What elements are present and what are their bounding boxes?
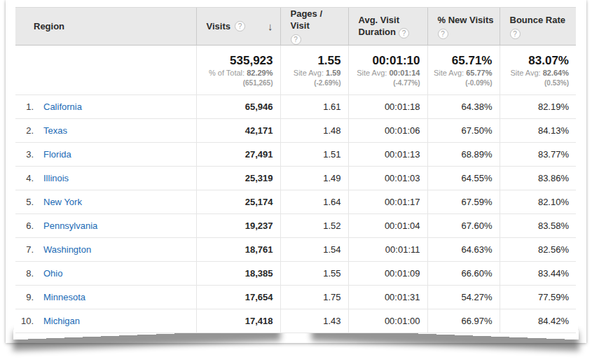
pct-new-visits-cell: 67.50% (427, 119, 500, 143)
table-row: 9.Minnesota 17,654 1.75 00:01:31 54.27% … (15, 286, 576, 309)
table-row: 8.Ohio 18,385 1.55 00:01:09 66.60% 83.44… (15, 262, 576, 286)
table-header: Region Visits ? ↓ Pages / Visit ? Avg. V… (15, 8, 576, 46)
region-cell: 4.Illinois (15, 167, 196, 190)
bounce-rate-cell: 84.42% (500, 309, 576, 333)
column-label-region: Region (34, 21, 64, 31)
avg-visit-duration-cell: 00:01:18 (348, 95, 427, 119)
summary-duration-extra: (-4.77%) (352, 78, 420, 88)
pages-per-visit-cell: 1.51 (280, 143, 348, 167)
column-header-visits[interactable]: Visits ? ↓ (196, 8, 280, 46)
region-link[interactable]: New York (43, 197, 82, 207)
visits-cell: 18,761 (196, 238, 280, 262)
pages-per-visit-cell: 1.61 (280, 95, 348, 119)
avg-visit-duration-cell: 00:01:13 (348, 143, 427, 167)
visits-cell: 65,946 (196, 95, 280, 119)
region-link[interactable]: Pennsylvania (43, 220, 97, 231)
column-label-pct-new-visits: % New Visits (438, 15, 494, 25)
region-cell: 6.Pennsylvania (15, 214, 196, 238)
column-label-visits: Visits (207, 20, 230, 32)
region-link[interactable]: Washington (43, 244, 91, 255)
row-rank: 3. (17, 149, 34, 160)
region-link[interactable]: Texas (43, 125, 67, 136)
pct-new-visits-cell: 67.60% (427, 214, 500, 238)
summary-bounce-rate: 83.07% Site Avg: 82.64% (0.53%) (500, 46, 576, 95)
pct-new-visits-cell: 67.59% (427, 190, 500, 214)
row-rank: 8. (17, 268, 34, 279)
summary-region-cell-empty (15, 46, 196, 95)
visits-cell: 17,418 (196, 309, 280, 333)
pct-new-visits-cell: 64.38% (427, 95, 500, 119)
pct-new-visits-cell: 66.60% (427, 262, 500, 286)
pages-per-visit-cell: 1.43 (280, 309, 348, 333)
help-icon[interactable]: ? (399, 28, 409, 38)
avg-visit-duration-cell: 00:01:04 (348, 214, 427, 238)
row-rank: 5. (17, 197, 34, 207)
region-cell: 3.Florida (15, 143, 196, 167)
table-row: 3.Florida 27,491 1.51 00:01:13 68.89% 83… (15, 143, 576, 167)
sort-descending-icon[interactable]: ↓ (268, 20, 273, 32)
regions-table: Region Visits ? ↓ Pages / Visit ? Avg. V… (15, 7, 576, 333)
region-link[interactable]: California (43, 102, 82, 112)
column-header-pct-new-visits[interactable]: % New Visits ? (427, 8, 500, 46)
region-cell: 8.Ohio (15, 262, 196, 286)
help-icon[interactable]: ? (291, 34, 301, 45)
region-link[interactable]: Michigan (43, 316, 80, 326)
pages-per-visit-cell: 1.75 (280, 286, 348, 309)
row-rank: 9. (17, 292, 34, 302)
visits-cell: 18,385 (196, 262, 280, 286)
summary-newvisits-sub-label: Site Avg: (434, 69, 464, 77)
summary-duration-value: 00:01:10 (352, 53, 420, 68)
visits-cell: 25,319 (196, 167, 280, 190)
summary-newvisits-extra: (-0.09%) (431, 78, 493, 88)
region-link[interactable]: Illinois (43, 173, 69, 183)
column-header-bounce-rate[interactable]: Bounce Rate ? (500, 8, 576, 46)
column-header-pages-per-visit[interactable]: Pages / Visit ? (280, 8, 348, 46)
help-icon[interactable]: ? (510, 29, 521, 39)
region-link[interactable]: Ohio (43, 268, 62, 279)
avg-visit-duration-cell: 00:01:17 (348, 190, 427, 214)
table-row: 4.Illinois 25,319 1.49 00:01:03 64.55% 8… (15, 167, 576, 190)
summary-bounce-sub-value: 82.64% (543, 69, 569, 77)
avg-visit-duration-cell: 00:01:31 (348, 286, 427, 309)
visits-cell: 25,174 (196, 190, 280, 214)
row-rank: 2. (17, 125, 34, 136)
column-label-pages-per-visit: Pages / Visit (291, 8, 323, 31)
pages-per-visit-cell: 1.54 (280, 238, 348, 262)
region-cell: 1.California (15, 95, 196, 119)
summary-newvisits-sub-value: 65.77% (466, 69, 492, 77)
avg-visit-duration-cell: 00:01:03 (348, 167, 427, 190)
visits-cell: 42,171 (196, 119, 280, 143)
row-rank: 7. (17, 244, 34, 255)
report-sheet: Region Visits ? ↓ Pages / Visit ? Avg. V… (6, 0, 586, 343)
summary-visits-extra: (651,265) (200, 78, 273, 88)
table-row: 7.Washington 18,761 1.54 00:01:11 64.63%… (15, 238, 576, 262)
region-cell: 5.New York (15, 190, 196, 214)
table-row: 1.California 65,946 1.61 00:01:18 64.38%… (15, 95, 576, 119)
bounce-rate-cell: 77.59% (500, 286, 576, 309)
summary-pages-value: 1.55 (284, 53, 341, 68)
pct-new-visits-cell: 66.97% (427, 309, 500, 333)
column-header-region[interactable]: Region (15, 8, 196, 46)
help-icon[interactable]: ? (438, 29, 448, 39)
region-link[interactable]: Florida (43, 149, 71, 160)
column-header-avg-visit-duration[interactable]: Avg. Visit Duration? (348, 8, 427, 46)
summary-visits-sub-label: % of Total: (209, 69, 245, 77)
summary-pages-sub-value: 1.59 (326, 69, 340, 77)
summary-pages-sub-label: Site Avg: (294, 69, 324, 77)
bounce-rate-cell: 83.86% (500, 167, 576, 190)
help-icon[interactable]: ? (235, 21, 245, 31)
region-link[interactable]: Minnesota (43, 292, 85, 302)
visits-cell: 19,237 (196, 214, 280, 238)
summary-pct-new-visits: 65.71% Site Avg: 65.77% (-0.09%) (427, 46, 500, 95)
bounce-rate-cell: 83.44% (500, 262, 576, 286)
summary-avg-visit-duration: 00:01:10 Site Avg: 00:01:14 (-4.77%) (348, 46, 427, 95)
row-rank: 6. (17, 220, 34, 231)
region-cell: 10.Michigan (15, 309, 196, 333)
pct-new-visits-cell: 68.89% (427, 143, 500, 167)
summary-pages-extra: (-2.69%) (284, 78, 341, 88)
table-row: 2.Texas 42,171 1.48 00:01:06 67.50% 84.1… (15, 119, 576, 143)
pages-per-visit-cell: 1.52 (280, 214, 348, 238)
avg-visit-duration-cell: 00:01:06 (348, 119, 427, 143)
region-cell: 7.Washington (15, 238, 196, 262)
table-row: 5.New York 25,174 1.64 00:01:17 67.59% 8… (15, 190, 576, 214)
